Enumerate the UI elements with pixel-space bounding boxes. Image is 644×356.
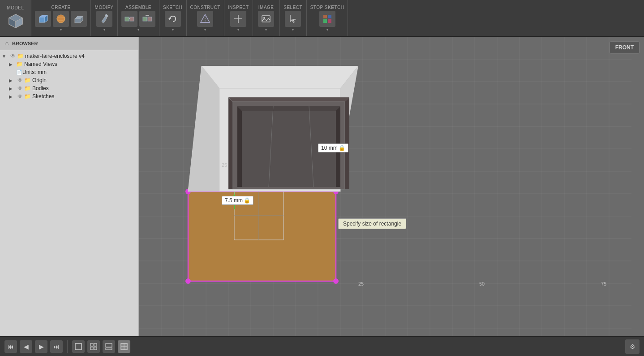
select-label: SELECT [283,5,302,10]
svg-rect-17 [148,17,152,21]
svg-rect-28 [328,15,331,18]
modify-section: MODIFY ▾ [91,0,118,36]
sketches-label: Sketches [32,93,54,100]
tree-sketches[interactable]: ▶ 👁 📁 Sketches [0,92,138,100]
browser-panel: ⚠ BROWSER ▼ 👁 📁 maker-faire-enclosure v4… [0,37,139,356]
image-label: IMAGE [258,5,274,10]
model-section: MODEL [0,0,31,36]
status-nav-left: ⏮ ◀ ▶ ⏭ [4,340,130,353]
tree-named-views[interactable]: ▶ 📁 Named Views [0,60,138,68]
dim-input-10mm[interactable]: 10 mm 🔒 [318,143,348,152]
sketch-section: SKETCH ▾ [159,0,187,36]
inspect-section: INSPECT ▾ [224,0,253,36]
stop-sketch-icon[interactable] [319,11,335,27]
tooltip: Specify size of rectangle [338,218,406,229]
svg-rect-119 [90,343,93,346]
tree-origin[interactable]: ▶ 👁 📁 Origin [0,76,138,84]
svg-marker-80 [188,66,219,191]
svg-rect-124 [106,348,112,350]
construct-label: CONSTRUCT [190,5,220,10]
axis-num-25-bottom: 25 [358,281,364,287]
create-extrude-icon[interactable] [71,11,87,27]
tree-units: ▶ 📄 Units: mm [0,68,138,76]
svg-rect-29 [323,19,327,23]
axis-num-75: 75 [601,281,606,287]
main-area: ⚠ BROWSER ▼ 👁 📁 maker-faire-enclosure v4… [0,37,644,356]
svg-point-70 [333,278,339,284]
assemble-label: ASSEMBLE [125,5,151,10]
nav-prev-btn[interactable]: ◀ [20,340,32,353]
svg-rect-16 [143,17,147,21]
assemble-icon2[interactable] [139,11,155,27]
dim-lock-icon-2: 🔒 [244,197,250,204]
svg-point-7 [57,15,65,23]
svg-marker-87 [237,106,340,111]
inspect-icon[interactable] [230,11,246,27]
assemble-icon1[interactable] [121,11,137,27]
status-bar: ⏮ ◀ ▶ ⏭ ⚙ [0,336,644,356]
tree-bodies[interactable]: ▶ 👁 📁 Bodies [0,84,138,92]
dim-10mm-value: 10 mm [321,145,338,151]
svg-marker-88 [237,106,242,187]
svg-rect-30 [328,19,331,23]
construct-icon[interactable] [197,11,213,27]
origin-label: Origin [32,77,47,83]
svg-point-69 [185,278,191,284]
toolbar: MODEL CREATE ▾ MODIFY [0,0,644,37]
svg-marker-79 [202,66,358,88]
view-type-icon4-active[interactable] [118,340,130,353]
axis-num-50: 50 [479,281,485,287]
image-icon[interactable] [258,11,274,27]
browser-header: ⚠ BROWSER [0,37,138,50]
nav-first-btn[interactable]: ⏮ [4,340,17,353]
inspect-label: INSPECT [228,5,249,10]
svg-rect-118 [75,343,82,350]
tree-root-item[interactable]: ▼ 👁 📁 maker-faire-enclosure v4 [0,52,138,60]
svg-rect-27 [323,15,327,18]
nav-last-btn[interactable]: ⏭ [50,340,63,353]
modify-icon[interactable] [96,11,112,27]
create-box-icon[interactable] [35,11,51,27]
select-icon[interactable] [285,11,301,27]
svg-rect-4 [39,17,45,22]
svg-rect-123 [106,343,112,347]
model-cube-icon[interactable] [6,11,26,31]
nav-next-btn[interactable]: ▶ [35,340,47,353]
settings-button[interactable]: ⚙ [625,339,640,354]
bodies-label: Bodies [32,85,49,91]
axis-num-25-left: 25 [222,162,227,168]
assemble-section: ASSEMBLE ▾ [118,0,159,36]
svg-rect-13 [125,17,129,21]
svg-rect-9 [75,19,80,23]
create-section: CREATE ▾ [31,0,91,36]
svg-rect-122 [94,347,97,350]
named-views-label: Named Views [24,61,57,67]
model-label: MODEL [7,5,24,10]
view-type-icon1[interactable] [72,340,85,353]
create-sphere-icon[interactable] [53,11,69,27]
select-section: SELECT ▾ [280,0,307,36]
units-label: Units: mm [22,69,47,75]
svg-marker-84 [228,97,233,189]
sketch-label: SKETCH [163,5,183,10]
dim-7mm-value: 7.5 mm [225,197,243,204]
svg-marker-19 [168,17,170,21]
viewport[interactable]: 25 25 50 75 10 mm 🔒 7.5 mm 🔒 Specify siz… [139,37,644,356]
view-type-icon3[interactable] [103,340,115,353]
create-label: CREATE [52,5,71,10]
svg-rect-120 [94,343,97,346]
svg-marker-65 [188,191,336,281]
dim-input-7mm[interactable]: 7.5 mm 🔒 [222,196,253,205]
dim-lock-icon-1: 🔒 [339,145,345,151]
svg-rect-14 [130,17,134,21]
construct-section: CONSTRUCT ▾ [187,0,224,36]
view-type-icon2[interactable] [87,340,100,353]
modify-label: MODIFY [95,5,114,10]
project-name: maker-faire-enclosure v4 [25,53,85,59]
stop-sketch-label: STOP SKETCH [310,5,344,10]
browser-title: BROWSER [12,41,38,46]
front-view-label: FRONT [610,41,640,54]
svg-marker-83 [228,97,349,102]
sketch-undo-icon[interactable] [165,11,181,27]
stop-sketch-section: STOP SKETCH ▾ [307,0,348,36]
